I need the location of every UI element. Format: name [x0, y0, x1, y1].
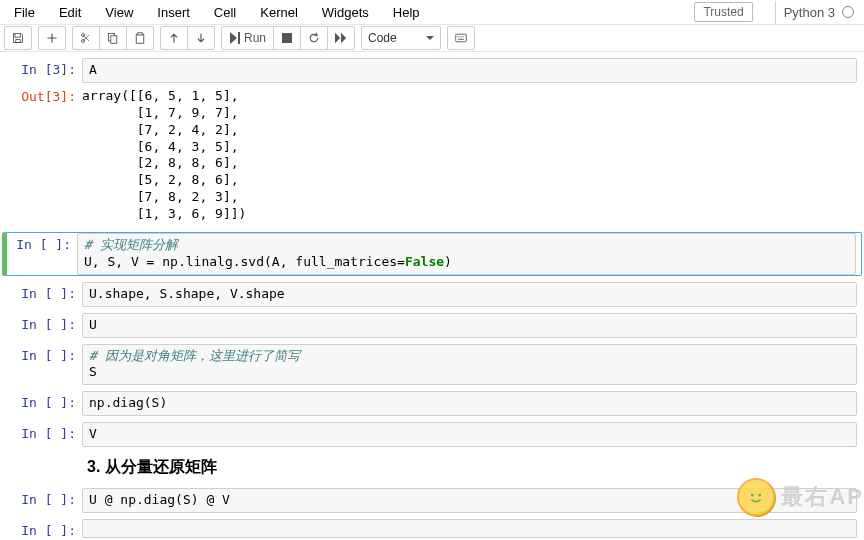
out-prompt: Out[3]: — [7, 85, 82, 226]
cut-button[interactable] — [72, 26, 100, 50]
cell-input[interactable]: U.shape, S.shape, V.shape — [82, 282, 857, 307]
code-cell[interactable]: In [ ]: V — [2, 422, 862, 447]
code-cell[interactable]: In [ ]: U.shape, S.shape, V.shape — [2, 282, 862, 307]
pencil-icon[interactable] — [759, 4, 771, 20]
code-cell[interactable]: In [ ]: — [2, 519, 862, 538]
arrow-up-icon — [168, 32, 180, 44]
code-cell[interactable]: In [ ]: U — [2, 313, 862, 338]
code-comment: # 因为是对角矩阵，这里进行了简写 — [89, 348, 300, 363]
toolbar: Run Code — [0, 25, 864, 52]
cell-input[interactable]: np.diag(S) — [82, 391, 857, 416]
in-prompt: In [ ]: — [7, 344, 82, 386]
section-heading: 3. 从分量还原矩阵 — [87, 457, 217, 478]
watermark-face-icon — [737, 478, 775, 516]
save-button[interactable] — [4, 26, 32, 50]
keyboard-icon — [455, 32, 467, 44]
fast-forward-icon — [335, 32, 347, 44]
cell-type-select[interactable]: Code — [361, 26, 441, 50]
copy-button[interactable] — [99, 26, 127, 50]
svg-rect-3 — [111, 36, 117, 44]
output-area: Out[3]: array([[6, 5, 1, 5], [1, 7, 9, 7… — [2, 85, 862, 226]
menu-insert[interactable]: Insert — [145, 1, 202, 24]
command-palette-button[interactable] — [447, 26, 475, 50]
paste-icon — [134, 32, 146, 44]
in-prompt: In [ ]: — [7, 422, 82, 447]
svg-point-8 — [751, 494, 754, 497]
code-cell[interactable]: In [ ]: np.diag(S) — [2, 391, 862, 416]
in-prompt: In [ ]: — [7, 282, 82, 307]
code-comment: # 实现矩阵分解 — [84, 237, 178, 252]
menu-view[interactable]: View — [93, 1, 145, 24]
cell-input[interactable]: # 因为是对角矩阵，这里进行了简写 S — [82, 344, 857, 386]
menu-cell[interactable]: Cell — [202, 1, 248, 24]
markdown-cell[interactable]: 3. 从分量还原矩阵 — [2, 457, 862, 478]
code-cell[interactable]: In [ ]: U @ np.diag(S) @ V — [2, 488, 862, 513]
code-cell[interactable]: In [ ]: # 因为是对角矩阵，这里进行了简写 S — [2, 344, 862, 386]
restart-run-all-button[interactable] — [327, 26, 355, 50]
stop-icon — [281, 32, 293, 44]
code-cell-selected[interactable]: In [ ]: # 实现矩阵分解 U, S, V = np.linalg.svd… — [2, 232, 862, 276]
cell-input[interactable]: U — [82, 313, 857, 338]
trusted-badge[interactable]: Trusted — [694, 2, 752, 22]
cell-output: array([[6, 5, 1, 5], [1, 7, 9, 7], [7, 2… — [82, 85, 857, 226]
in-prompt: In [ ]: — [7, 519, 82, 538]
restart-icon — [308, 32, 320, 44]
paste-button[interactable] — [126, 26, 154, 50]
cell-input[interactable]: V — [82, 422, 857, 447]
watermark: 最右AP — [737, 478, 864, 516]
plus-icon — [46, 32, 58, 44]
menu-widgets[interactable]: Widgets — [310, 1, 381, 24]
play-step-icon — [229, 32, 241, 44]
in-prompt: In [ ]: — [7, 488, 82, 513]
in-prompt: In [3]: — [7, 58, 82, 83]
watermark-text: 最右AP — [781, 482, 864, 512]
cell-input[interactable]: # 实现矩阵分解 U, S, V = np.linalg.svd(A, full… — [77, 233, 856, 275]
move-up-button[interactable] — [160, 26, 188, 50]
menubar: File Edit View Insert Cell Kernel Widget… — [0, 0, 864, 25]
move-down-button[interactable] — [187, 26, 215, 50]
in-prompt: In [ ]: — [7, 391, 82, 416]
in-prompt: In [ ]: — [7, 233, 77, 275]
arrow-down-icon — [195, 32, 207, 44]
code-cell[interactable]: In [3]: A — [2, 58, 862, 83]
scissors-icon — [80, 32, 92, 44]
run-button[interactable]: Run — [221, 26, 274, 50]
cell-input[interactable] — [82, 519, 857, 538]
svg-point-9 — [759, 494, 762, 497]
copy-icon — [107, 32, 119, 44]
svg-rect-4 — [136, 34, 144, 43]
in-prompt: In [ ]: — [7, 313, 82, 338]
kernel-indicator[interactable]: Python 3 — [775, 1, 862, 24]
kernel-name: Python 3 — [784, 5, 835, 20]
svg-rect-5 — [138, 33, 143, 35]
restart-button[interactable] — [300, 26, 328, 50]
notebook-area: In [3]: A Out[3]: array([[6, 5, 1, 5], [… — [0, 52, 864, 538]
cell-input[interactable]: A — [82, 58, 857, 83]
menu-edit[interactable]: Edit — [47, 1, 93, 24]
interrupt-button[interactable] — [273, 26, 301, 50]
kernel-idle-icon — [842, 6, 854, 18]
svg-rect-6 — [282, 33, 292, 43]
menu-kernel[interactable]: Kernel — [248, 1, 310, 24]
menu-file[interactable]: File — [2, 1, 47, 24]
menu-help[interactable]: Help — [381, 1, 432, 24]
run-label: Run — [244, 31, 266, 45]
floppy-icon — [12, 32, 24, 44]
add-cell-button[interactable] — [38, 26, 66, 50]
